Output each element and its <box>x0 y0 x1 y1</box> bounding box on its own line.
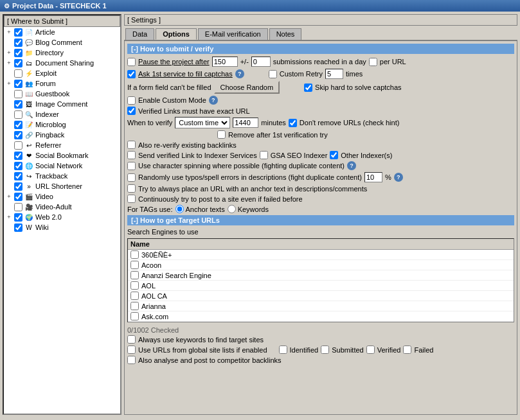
tree-item-social-network[interactable]: 🌐Social Network <box>4 161 120 171</box>
custom-time-select[interactable]: Custom time <box>175 117 230 128</box>
anchor-texts-radio[interactable] <box>175 205 184 213</box>
tree-expand-web20[interactable]: + <box>5 213 13 221</box>
tree-check-document-sharing[interactable] <box>14 59 22 67</box>
tree-expand-article[interactable]: + <box>5 28 13 36</box>
randomly-use-input[interactable] <box>364 172 382 182</box>
tree-check-wiki[interactable] <box>14 223 22 232</box>
tree-expand-blog-comment[interactable] <box>5 39 13 46</box>
tree-expand-video-adult[interactable] <box>5 203 13 211</box>
other-indexers-checkbox[interactable] <box>330 151 338 159</box>
se-checkbox[interactable] <box>130 281 139 290</box>
se-checkbox[interactable] <box>130 312 139 320</box>
tree-item-video[interactable]: +🎬Video <box>4 191 120 202</box>
se-item[interactable]: Ananzi Search Engine <box>128 270 514 281</box>
verified-checkbox[interactable] <box>366 346 375 354</box>
tree-item-forum[interactable]: +👥Forum <box>4 78 120 89</box>
tree-check-indexer[interactable] <box>14 110 22 119</box>
tree-item-referrer[interactable]: ↩Referrer <box>4 140 120 150</box>
choose-random-button[interactable]: Choose Random <box>214 81 280 94</box>
tree-check-web20[interactable] <box>14 213 22 222</box>
ask-1st-help-icon[interactable]: ? <box>235 69 244 78</box>
try-always-place-checkbox[interactable] <box>127 184 136 193</box>
ask-1st-checkbox[interactable] <box>127 70 136 78</box>
tree-item-document-sharing[interactable]: +🗂Document Sharing <box>4 58 120 68</box>
plus-minus-input[interactable] <box>251 57 271 67</box>
failed-checkbox[interactable] <box>403 346 411 354</box>
tree-item-video-adult[interactable]: 🎥Video-Adult <box>4 202 120 212</box>
also-analyse-checkbox[interactable] <box>127 356 136 364</box>
skip-hard-checkbox[interactable] <box>304 83 312 92</box>
tree-check-video[interactable] <box>14 193 22 201</box>
tab-options[interactable]: Options <box>156 28 197 40</box>
tree-item-directory[interactable]: +📁Directory <box>4 48 120 58</box>
tree-item-social-bookmark[interactable]: ❤Social Bookmark <box>4 150 120 161</box>
tab-notes[interactable]: Notes <box>269 28 302 40</box>
tree-expand-directory[interactable]: + <box>5 49 13 57</box>
pause-value-input[interactable] <box>212 57 238 67</box>
tree-expand-referrer[interactable] <box>5 141 13 149</box>
tree-item-blog-comment[interactable]: 💬Blog Comment <box>4 37 120 48</box>
send-verified-checkbox[interactable] <box>127 151 136 159</box>
keywords-radio-label[interactable]: Keywords <box>228 205 269 213</box>
tree-item-image-comment[interactable]: 🖼Image Comment <box>4 99 120 109</box>
tree-expand-image-comment[interactable] <box>5 100 13 108</box>
se-checkbox[interactable] <box>130 250 139 259</box>
tree-item-wiki[interactable]: WWiki <box>4 222 120 232</box>
se-item[interactable]: Arianna <box>128 301 514 311</box>
tree-item-url-shortener[interactable]: »URL Shortener <box>4 181 120 191</box>
tree-expand-exploit[interactable] <box>5 69 13 77</box>
tree-expand-social-network[interactable] <box>5 162 13 170</box>
tree-check-microblog[interactable] <box>14 121 22 129</box>
tree-check-guestbook[interactable] <box>14 90 22 98</box>
se-checkbox[interactable] <box>130 302 139 310</box>
tab-email-verification[interactable]: E-Mail verification <box>198 28 268 40</box>
enable-custom-mode-checkbox[interactable] <box>127 96 136 105</box>
tree-expand-social-bookmark[interactable] <box>5 152 13 159</box>
custom-retry-input[interactable] <box>325 69 343 79</box>
tree-expand-document-sharing[interactable]: + <box>5 59 13 67</box>
also-reverify-checkbox[interactable] <box>127 141 136 149</box>
se-item[interactable]: 360ÈÑÈ+ <box>128 250 514 260</box>
tree-expand-wiki[interactable] <box>5 223 13 231</box>
tree-expand-video[interactable]: + <box>5 193 13 200</box>
se-checkbox[interactable] <box>130 271 139 279</box>
tab-data[interactable]: Data <box>125 28 154 40</box>
tree-check-social-bookmark[interactable] <box>14 152 22 160</box>
tree-expand-pingback[interactable] <box>5 131 13 139</box>
submitted-checkbox[interactable] <box>321 346 329 354</box>
tree-item-web20[interactable]: +🌍Web 2.0 <box>4 212 120 222</box>
ask-1st-label[interactable]: Ask 1st service to fill captchas <box>138 70 233 78</box>
se-item[interactable]: AOL CA <box>128 291 514 301</box>
tree-expand-guestbook[interactable] <box>5 90 13 98</box>
use-urls-checkbox[interactable] <box>127 346 136 354</box>
tree-check-blog-comment[interactable] <box>14 39 22 47</box>
tree-check-trackback[interactable] <box>14 172 22 180</box>
se-item[interactable]: Ask.com <box>128 311 514 322</box>
gsa-checkbox[interactable] <box>260 151 268 159</box>
minutes-input[interactable] <box>233 118 258 128</box>
continuously-checkbox[interactable] <box>127 195 136 203</box>
tree-expand-trackback[interactable] <box>5 172 13 180</box>
enable-custom-mode-help-icon[interactable]: ? <box>209 96 218 105</box>
pause-project-label[interactable]: Pause the project after <box>138 58 210 66</box>
tree-item-guestbook[interactable]: 📖Guestbook <box>4 89 120 99</box>
custom-retry-checkbox[interactable] <box>269 70 277 78</box>
se-item[interactable]: Acoon <box>128 260 514 270</box>
tree-check-referrer[interactable] <box>14 141 22 150</box>
tree-item-exploit[interactable]: ⚡Exploit <box>4 68 120 78</box>
tree-item-microblog[interactable]: 📝Microblog <box>4 119 120 130</box>
pause-project-checkbox[interactable] <box>127 58 136 66</box>
tree-item-article[interactable]: +📄Article <box>4 27 120 37</box>
tree-item-trackback[interactable]: ↪Trackback <box>4 171 120 181</box>
tree-check-pingback[interactable] <box>14 131 22 139</box>
tree-check-forum[interactable] <box>14 80 22 88</box>
character-spinning-checkbox[interactable] <box>127 162 136 170</box>
randomly-use-checkbox[interactable] <box>127 173 136 182</box>
tree-check-article[interactable] <box>14 28 22 37</box>
se-checkbox[interactable] <box>130 292 139 300</box>
tree-expand-microblog[interactable] <box>5 121 13 128</box>
tree-expand-url-shortener[interactable] <box>5 182 13 190</box>
tree-check-url-shortener[interactable] <box>14 182 22 191</box>
se-item[interactable]: AOL <box>128 281 514 291</box>
tree-check-image-comment[interactable] <box>14 100 22 109</box>
